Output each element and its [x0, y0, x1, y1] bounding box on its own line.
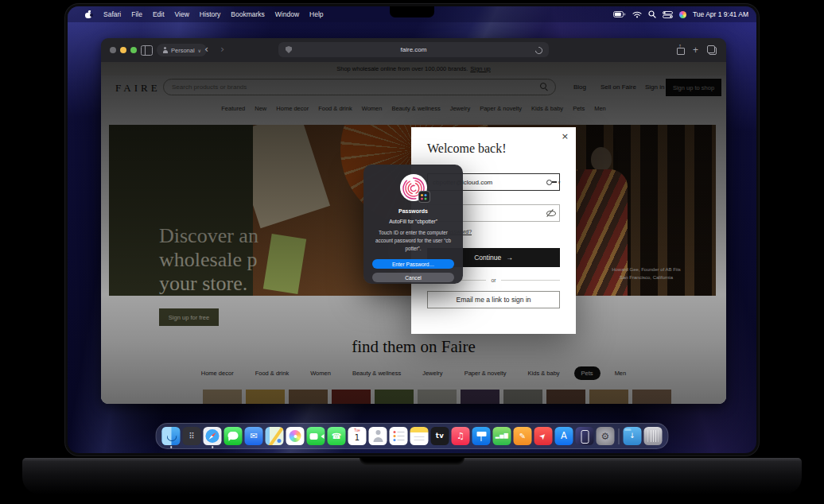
- dock-icon-rocket-app[interactable]: ➤: [534, 427, 553, 445]
- search-input[interactable]: [163, 79, 556, 95]
- dock-icon-maps[interactable]: [266, 427, 284, 445]
- menu-bar-item[interactable]: Help: [309, 10, 323, 18]
- forward-button[interactable]: ›: [220, 42, 224, 56]
- bottom-category-item[interactable]: Jewelry: [415, 366, 449, 380]
- category-nav: FeaturedNewHome decorFood & drinkWomenBe…: [101, 99, 726, 117]
- dock-icon-safari[interactable]: [204, 427, 222, 445]
- spotlight-search-icon[interactable]: [648, 10, 656, 18]
- category-nav-item[interactable]: Jewelry: [450, 105, 470, 112]
- siri-icon[interactable]: [679, 11, 686, 18]
- address-bar[interactable]: faire.com: [278, 42, 549, 57]
- category-nav-item[interactable]: Women: [362, 105, 383, 112]
- dock-icon-pages[interactable]: ✎: [514, 427, 532, 445]
- profile-switcher[interactable]: Personal ∨: [157, 44, 207, 56]
- close-icon[interactable]: ×: [562, 131, 569, 142]
- window-close-button[interactable]: [110, 47, 116, 53]
- window-minimize-button[interactable]: [120, 47, 126, 53]
- sign-up-for-free-button[interactable]: Sign up for free: [159, 308, 219, 326]
- header-link-blog[interactable]: Blog: [573, 83, 586, 91]
- faire-logo[interactable]: FAIRE: [115, 82, 161, 95]
- dock-icon-facetime[interactable]: [307, 427, 325, 445]
- dock-icon-app-store[interactable]: A: [555, 427, 573, 445]
- bottom-category-item[interactable]: Pets: [574, 366, 601, 380]
- dock-icon-notes[interactable]: [410, 427, 429, 445]
- dock-icon-trash[interactable]: [644, 427, 663, 445]
- product-thumbnail[interactable]: [461, 390, 499, 404]
- control-center-icon[interactable]: [663, 11, 673, 18]
- safari-toolbar: Personal ∨ ‹ › faire.com ↑ +: [101, 38, 726, 63]
- product-thumbnail[interactable]: [589, 390, 628, 404]
- dock-icon-phone[interactable]: ☎: [328, 427, 346, 445]
- product-thumbnail[interactable]: [632, 390, 671, 404]
- bottom-category-item[interactable]: Food & drink: [248, 366, 297, 380]
- dock-icon-numbers[interactable]: ▂▅▇: [493, 427, 511, 445]
- category-nav-item[interactable]: Home decor: [276, 105, 309, 112]
- search-icon[interactable]: [540, 83, 549, 91]
- passwords-autofill-key-icon[interactable]: ∨: [546, 179, 558, 185]
- product-thumbnail[interactable]: [203, 390, 242, 404]
- bottom-category-item[interactable]: Beauty & wellness: [345, 366, 408, 380]
- address-bar-url: faire.com: [401, 46, 427, 53]
- new-tab-icon[interactable]: +: [693, 45, 698, 55]
- dock-icon-messages[interactable]: [224, 427, 243, 445]
- product-thumbnail[interactable]: [289, 390, 328, 404]
- category-nav-item[interactable]: Featured: [221, 105, 245, 112]
- category-nav-item[interactable]: Men: [594, 105, 606, 112]
- product-thumbnail[interactable]: [418, 390, 457, 404]
- category-nav-item[interactable]: Paper & novelty: [480, 105, 522, 112]
- menu-bar-item[interactable]: Bookmarks: [231, 10, 265, 18]
- email-link-button[interactable]: Email me a link to sign in: [427, 291, 560, 308]
- sign-up-to-shop-button[interactable]: Sign up to shop: [666, 79, 721, 96]
- bottom-category-item[interactable]: Kids & baby: [521, 366, 567, 380]
- bottom-category-item[interactable]: Home decor: [194, 366, 241, 380]
- apple-menu-icon[interactable]: [85, 11, 91, 18]
- bottom-category-item[interactable]: Men: [608, 366, 634, 380]
- menu-bar-item[interactable]: File: [131, 10, 142, 18]
- dock-icon-reminders[interactable]: [390, 427, 408, 445]
- dock-icon-photos[interactable]: [286, 427, 305, 445]
- window-zoom-button[interactable]: [130, 47, 137, 53]
- tab-overview-icon[interactable]: [707, 45, 717, 55]
- bottom-category-item[interactable]: Paper & novelty: [457, 366, 514, 380]
- sidebar-toggle-icon[interactable]: [141, 45, 153, 56]
- dock-icon-keynote[interactable]: [472, 427, 491, 445]
- menu-bar-item[interactable]: History: [200, 10, 220, 18]
- category-nav-item[interactable]: Beauty & wellness: [391, 105, 440, 112]
- menu-bar-item[interactable]: Safari: [103, 10, 121, 18]
- category-nav-item[interactable]: New: [255, 105, 266, 112]
- share-icon[interactable]: ↑: [676, 45, 684, 55]
- product-thumbnail[interactable]: [246, 390, 285, 404]
- dock-icon-finder[interactable]: [162, 427, 181, 445]
- menu-bar-item[interactable]: View: [175, 10, 189, 18]
- dock-icon-launchpad[interactable]: ⠿: [183, 427, 201, 445]
- faire-page: Shop wholesale online from over 100,000 …: [101, 62, 726, 404]
- product-thumbnail[interactable]: [332, 390, 371, 404]
- dock-icon-system-settings[interactable]: ⚙: [597, 427, 615, 445]
- product-thumbnail[interactable]: [375, 390, 414, 404]
- cancel-button[interactable]: Cancel: [372, 273, 454, 282]
- dock-icon-downloads-folder[interactable]: ↓: [624, 427, 642, 445]
- dock-icon-mail[interactable]: ✉: [245, 427, 263, 445]
- header-link-sign-in[interactable]: Sign in: [645, 83, 664, 91]
- category-nav-item[interactable]: Food & drink: [318, 105, 352, 112]
- dock-icon-contacts[interactable]: [369, 427, 387, 445]
- product-thumbnail[interactable]: [503, 390, 542, 404]
- enter-password-button[interactable]: Enter Password…: [372, 259, 454, 269]
- dialog-app-name: Passwords: [363, 208, 463, 214]
- dock-icon-calendar[interactable]: Tue 1: [348, 427, 367, 445]
- dock-icon-music[interactable]: ♫: [452, 427, 470, 445]
- promo-banner-signup-link[interactable]: Sign up: [470, 65, 490, 72]
- dock-icon-apple-tv[interactable]: tv: [431, 427, 449, 445]
- back-button[interactable]: ‹: [204, 42, 208, 56]
- header-link-sell-on-faire[interactable]: Sell on Faire: [601, 83, 636, 91]
- menu-bar-item[interactable]: Edit: [153, 10, 165, 18]
- category-nav-item[interactable]: Pets: [573, 105, 585, 112]
- product-thumbnail[interactable]: [546, 390, 585, 404]
- show-password-eye-icon[interactable]: [546, 209, 556, 216]
- bottom-category-item[interactable]: Women: [303, 366, 338, 380]
- reload-icon[interactable]: [534, 45, 544, 56]
- dock-icon-iphone-mirroring[interactable]: [576, 427, 594, 445]
- category-nav-item[interactable]: Kids & baby: [531, 105, 563, 112]
- menu-bar-item[interactable]: Window: [275, 10, 299, 18]
- privacy-shield-icon[interactable]: [286, 46, 292, 53]
